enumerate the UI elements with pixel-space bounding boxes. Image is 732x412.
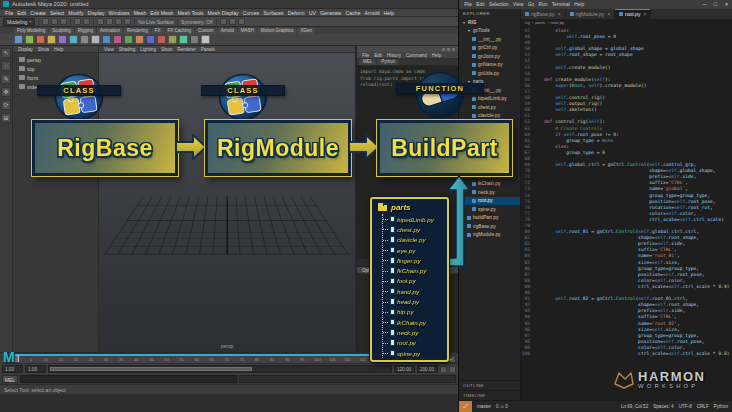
editor-tab[interactable]: rigModule.py× [566, 9, 616, 19]
shelf-tool-icon[interactable] [135, 35, 144, 44]
script-editor-tab[interactable]: Python [377, 59, 399, 66]
shelf-tool-icon[interactable] [47, 35, 56, 44]
open-scene-icon[interactable] [51, 18, 58, 25]
maya-menu-item[interactable]: Mesh [132, 10, 149, 16]
maya-menu-item[interactable]: File [3, 10, 15, 16]
render-icon[interactable] [220, 18, 227, 25]
script-editor-menu-item[interactable]: Edit [372, 53, 384, 58]
status-bar-item[interactable]: 0 ⚠ 0 [496, 404, 508, 409]
maya-menu-item[interactable]: Edit [15, 10, 28, 16]
snap-curve-icon[interactable] [106, 18, 113, 25]
maya-menu-item[interactable]: Display [86, 10, 107, 16]
shelf-tool-icon[interactable] [91, 35, 100, 44]
ipr-render-icon[interactable] [229, 18, 236, 25]
viewport-menu-item[interactable]: Lighting [138, 47, 158, 52]
viewport-menu-item[interactable]: Renderer [175, 47, 198, 52]
explorer-item[interactable]: gnName.py [459, 61, 520, 70]
status-bar-item[interactable]: UTF-8 [679, 404, 692, 409]
shelf-tool-icon[interactable] [168, 35, 177, 44]
animation-preferences-icon[interactable] [449, 366, 456, 373]
maya-menu-item[interactable]: Create [28, 10, 48, 16]
remote-indicator-icon[interactable]: ⤢ [459, 401, 472, 412]
editor-tab[interactable]: root.py× [615, 9, 651, 19]
selection-mode-dropdown[interactable]: Modeling ▾ [3, 18, 35, 26]
status-bar-item[interactable]: CRLF [697, 404, 709, 409]
shelf-tool-icon[interactable] [146, 35, 155, 44]
viewport-menu-item[interactable]: Shading [117, 47, 138, 52]
shelf-tool-icon[interactable] [80, 35, 89, 44]
explorer-item[interactable]: gnCtrl.py [459, 44, 520, 53]
window-control-icon[interactable]: ─ [699, 0, 710, 9]
explorer-item[interactable]: gnJoint.py [459, 52, 520, 61]
close-icon[interactable]: × [607, 11, 610, 17]
maya-menu-item[interactable]: Mesh Tools [175, 10, 205, 16]
maya-menu-item[interactable]: Select [48, 10, 66, 16]
save-scene-icon[interactable] [60, 18, 67, 25]
code-editor[interactable]: 47 else:48 self.root_pose = 04950 self.g… [521, 26, 732, 400]
shelf-tool-icon[interactable] [179, 35, 188, 44]
maya-menu-item[interactable]: Windows [107, 10, 132, 16]
status-bar-item[interactable]: Ln 69, Col 52 [621, 404, 648, 409]
range-start-field[interactable]: 1.00 [25, 365, 46, 373]
vscode-menu-item[interactable]: Selection [487, 2, 511, 7]
range-slider-bar[interactable] [50, 367, 252, 371]
select-tool-icon[interactable]: ↖ [1, 48, 11, 58]
command-language-toggle[interactable]: MEL [2, 375, 18, 383]
shelf-tool-icon[interactable] [157, 35, 166, 44]
sidebar-section-header[interactable]: OUTLINE [459, 380, 520, 390]
script-editor-menu-item[interactable]: Help [430, 53, 443, 58]
close-icon[interactable]: × [558, 11, 561, 17]
explorer-item[interactable]: gnUtils.py [459, 69, 520, 78]
range-end-field[interactable]: 120.00 [394, 365, 415, 373]
vscode-menu-item[interactable]: Help [572, 2, 586, 7]
vscode-menu-item[interactable]: Go [526, 2, 537, 7]
outliner-menu-item[interactable]: Display [16, 47, 35, 52]
shelf-tool-icon[interactable] [102, 35, 111, 44]
breadcrumb-item[interactable]: root.py [545, 20, 564, 25]
explorer-item[interactable]: chest.py [459, 103, 520, 112]
script-editor-tab[interactable]: MEL [359, 59, 376, 66]
shelf-tool-icon[interactable] [14, 35, 23, 44]
maya-menu-item[interactable]: Modify [66, 10, 85, 16]
shelf-tool-icon[interactable] [25, 35, 34, 44]
script-editor-menu-item[interactable]: Command [404, 53, 429, 58]
range-start-field[interactable]: 1.00 [2, 365, 23, 373]
scale-tool-icon[interactable]: ⊞ [1, 113, 11, 123]
status-bar-item[interactable]: Python [714, 404, 728, 409]
breadcrumb-item[interactable]: parts [530, 20, 545, 25]
viewport-menu-item[interactable]: Show [159, 47, 174, 52]
explorer-item[interactable]: clavicle.py [459, 112, 520, 121]
move-tool-icon[interactable]: ✥ [1, 87, 11, 97]
maya-menu-item[interactable]: Help [382, 10, 397, 16]
editor-tab[interactable]: rigBase.py× [521, 9, 566, 19]
outliner-menu-item[interactable]: Help [52, 47, 65, 52]
lasso-tool-icon[interactable]: ◌ [1, 61, 11, 71]
sidebar-section-header[interactable]: TIMELINE [459, 390, 520, 400]
script-editor-menu-item[interactable]: File [360, 53, 371, 58]
viewport-menu-item[interactable]: View [102, 47, 116, 52]
snap-point-icon[interactable] [115, 18, 122, 25]
symmetry-label[interactable]: Symmetry: Off [181, 19, 213, 25]
vscode-menu-item[interactable]: View [511, 2, 526, 7]
snap-plane-icon[interactable] [124, 18, 131, 25]
range-end-field[interactable]: 200.00 [417, 365, 438, 373]
status-bar-item[interactable]: Spaces: 4 [653, 404, 673, 409]
maya-menu-item[interactable]: Edit Mesh [148, 10, 175, 16]
rotate-tool-icon[interactable]: ⟳ [1, 100, 11, 110]
shelf-tool-icon[interactable] [69, 35, 78, 44]
shelf-tool-icon[interactable] [58, 35, 67, 44]
maya-menu-item[interactable]: Curves [241, 10, 261, 16]
command-line-input[interactable] [20, 375, 237, 383]
script-editor-menu-item[interactable]: History [385, 53, 403, 58]
new-scene-icon[interactable] [42, 18, 49, 25]
undo-icon[interactable] [74, 18, 81, 25]
shelf-tool-icon[interactable] [190, 35, 199, 44]
outliner-menu-item[interactable]: Show [36, 47, 51, 52]
maya-menu-item[interactable]: UV [307, 10, 318, 16]
vscode-menu-item[interactable]: Run [536, 2, 549, 7]
maya-menu-item[interactable]: Generate [318, 10, 344, 16]
explorer-item[interactable]: bipedLimb.py [459, 95, 520, 104]
shelf-tool-icon[interactable] [124, 35, 133, 44]
maya-menu-item[interactable]: Cache [344, 10, 363, 16]
auto-keyframe-icon[interactable] [440, 366, 447, 373]
